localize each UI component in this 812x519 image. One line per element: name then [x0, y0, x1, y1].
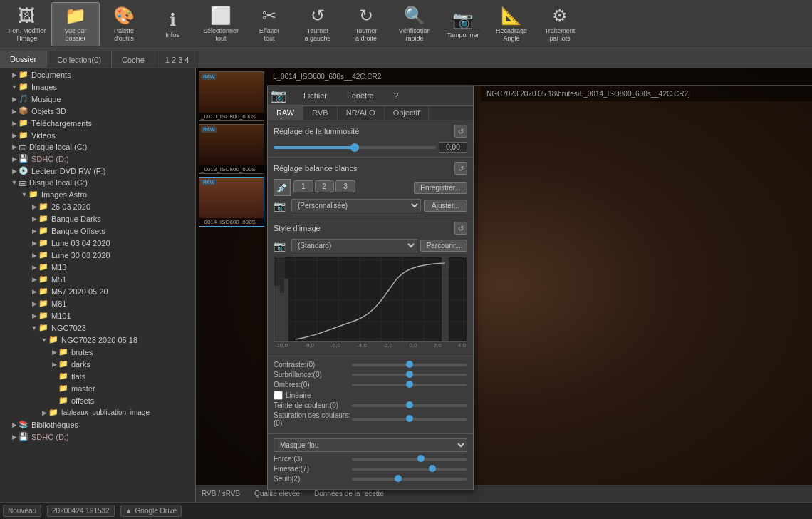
thumbnail-3[interactable]: RAW _0014_ISO800_600S [199, 177, 264, 227]
panel-tab-raw[interactable]: RAW [268, 106, 303, 120]
white-balance-reset-button[interactable]: ↺ [454, 162, 467, 175]
sidebar-item-darks[interactable]: ▶ 📁 darks [0, 358, 195, 370]
panel-tab-rvb[interactable]: RVB [303, 106, 337, 120]
linear-checkbox[interactable] [274, 391, 283, 400]
sidebar-item-sdhcd[interactable]: ▶ 💾 SDHC (D:) [0, 153, 195, 165]
menu-help[interactable]: ? [388, 90, 404, 101]
view-folder-button[interactable]: 📁 Vue pardossier [51, 2, 100, 46]
tab-collection[interactable]: Collection(0) [47, 51, 112, 68]
sidebar-item-tableaux[interactable]: ▶ 📁 tableaux_publication_image [0, 406, 195, 418]
thumbnail-1[interactable]: RAW _0010_ISO800_600S [199, 71, 264, 121]
wb-adjust-button[interactable]: Ajuster... [424, 200, 467, 212]
force-slider[interactable] [352, 458, 467, 461]
style-image-select[interactable]: (Standard) [291, 239, 417, 252]
sidebar-item-m101[interactable]: ▶ 📁 M101 [0, 309, 195, 322]
style-browse-button[interactable]: Parcourir... [420, 240, 467, 252]
sidebar-item-brutes[interactable]: ▶ 📁 brutes [0, 346, 195, 358]
taskbar-nouveau[interactable]: Nouveau [3, 505, 41, 517]
quick-check-button[interactable]: 🔍 Vérificationrapide [390, 2, 439, 46]
stamp-label: Tamponner [447, 31, 479, 38]
sidebar-item-banque-darks[interactable]: ▶ 📁 Banque Darks [0, 212, 195, 225]
luminosity-value-input[interactable] [439, 142, 467, 153]
panel-tab-nralo[interactable]: NR/ALO [338, 106, 385, 120]
sidebar-item-objets3d[interactable]: ▶ 📦 Objets 3D [0, 105, 195, 117]
force-thumb[interactable] [417, 455, 425, 462]
sidebar-item-m51[interactable]: ▶ 📁 M51 [0, 273, 195, 285]
sidebar-item-m13[interactable]: ▶ 📁 M13 [0, 261, 195, 273]
contraste-slider[interactable] [352, 364, 467, 366]
sidebar-item-disqueg[interactable]: ▼ 🖴 Disque local (G:) [0, 177, 195, 188]
sidebar-item-lune3003[interactable]: ▶ 📁 Lune 30 03 2020 [0, 249, 195, 261]
palette-button[interactable]: 🎨 Paletted'outils [100, 2, 148, 46]
luminosity-reset-button[interactable]: ↺ [454, 125, 467, 138]
sidebar-item-telechargements[interactable]: ▶ 📁 Téléchargements [0, 117, 195, 129]
saturation-thumb[interactable] [406, 415, 413, 422]
color-picker-button[interactable]: 💉 [274, 179, 291, 196]
delete-all-button[interactable]: ✂ Effacertout [245, 2, 293, 46]
sidebar-scroll[interactable]: ▶ 📁 Documents ▼ 📁 Images ▶ 🎵 Musique ▶ 📦… [0, 68, 195, 502]
menu-fichier[interactable]: Fichier [298, 90, 333, 101]
rotate-right-button[interactable]: ↻ Tournerà droite [342, 2, 390, 46]
blur-type-select[interactable]: Masque flou [274, 438, 467, 452]
saturation-slider[interactable] [352, 418, 467, 421]
rotate-left-button[interactable]: ↺ Tournerà gauche [293, 2, 342, 46]
sidebar-item-images[interactable]: ▼ 📁 Images [0, 81, 195, 93]
sidebar-item-documents[interactable]: ▶ 📁 Documents [0, 68, 195, 81]
sidebar-item-musique[interactable]: ▶ 🎵 Musique [0, 93, 195, 105]
white-balance-preset-select[interactable]: (Personnalisée) [291, 199, 421, 212]
info-button[interactable]: ℹ Infos [148, 2, 197, 46]
ombres-thumb[interactable] [406, 381, 413, 388]
sidebar-item-bibliotheques[interactable]: ▶ 📚 Bibliothèques [0, 418, 195, 431]
tab-pages[interactable]: 1 2 3 4 [155, 51, 200, 68]
crop-angle-button[interactable]: 📐 RecadrageAngle [487, 2, 536, 46]
sidebar-item-sdhcd2[interactable]: ▶ 💾 SDHC (D:) [0, 431, 195, 443]
sidebar-item-flats[interactable]: 📁 flats [0, 370, 195, 382]
sidebar-item-banque-offsets[interactable]: ▶ 📁 Banque Offsets [0, 225, 195, 237]
thumbnail-2[interactable]: RAW _0013_ISO800_600S [199, 124, 264, 174]
sidebar-item-m57[interactable]: ▶ 📁 M57 2020 05 20 [0, 285, 195, 297]
finesse-slider[interactable] [352, 468, 467, 471]
batch-button[interactable]: ⚙ Traitementpar lots [536, 2, 584, 46]
surbrillance-thumb[interactable] [406, 371, 413, 378]
seuil-slider[interactable] [352, 478, 467, 481]
taskbar-googledrive[interactable]: ▲ Google Drive [120, 505, 182, 517]
wb-button-1[interactable]: 1 [293, 180, 313, 192]
sidebar-item-ngc7023[interactable]: ▼ 📁 NGC7023 [0, 322, 195, 334]
wb-button-2[interactable]: 2 [315, 180, 335, 192]
wb-save-button[interactable]: Enregistrer... [414, 182, 467, 194]
contraste-thumb[interactable] [406, 361, 413, 368]
luminosity-track[interactable] [274, 146, 436, 149]
ombres-slider[interactable] [352, 384, 467, 386]
menu-fenetre[interactable]: Fenêtre [341, 90, 380, 101]
teinte-slider[interactable] [352, 404, 467, 407]
expand-icon: ▼ [30, 324, 38, 332]
curve-area[interactable] [274, 257, 467, 342]
luminosity-thumb[interactable] [350, 143, 359, 152]
sidebar-item-26032020[interactable]: ▶ 📁 26 03 2020 [0, 200, 195, 212]
teinte-thumb[interactable] [406, 401, 413, 408]
sidebar-item-lune0304[interactable]: ▶ 📁 Lune 03 04 2020 [0, 237, 195, 249]
sidebar-item-master[interactable]: 📁 master [0, 382, 195, 394]
sidebar-item-ngc7023-2020[interactable]: ▼ 📁 NGC7023 2020 05 18 [0, 334, 195, 346]
tab-dossier[interactable]: Dossier [0, 51, 47, 68]
taskbar-timestamp[interactable]: 20200424 191532 [47, 505, 115, 517]
stamp-button[interactable]: 📷 Tamponner [439, 2, 487, 46]
sidebar-item-m81[interactable]: ▶ 📁 M81 [0, 297, 195, 309]
batch-label: Traitementpar lots [545, 27, 576, 43]
select-all-button[interactable]: ⬜ Sélectionnertout [197, 2, 245, 46]
finesse-thumb[interactable] [429, 465, 436, 472]
sidebar-item-disquec[interactable]: ▶ 🖴 Disque local (C:) [0, 141, 195, 153]
surbrillance-slider[interactable] [352, 374, 467, 376]
tab-cache[interactable]: Coche [112, 51, 155, 68]
seuil-thumb[interactable] [395, 475, 402, 482]
open-image-button[interactable]: 🖼 Fen. Modifierl'Image [3, 2, 51, 46]
wb-button-3[interactable]: 3 [335, 180, 355, 192]
sidebar-item-lecteurdvd[interactable]: ▶ 💿 Lecteur DVD RW (F:) [0, 165, 195, 177]
style-reset-button[interactable]: ↺ [454, 222, 467, 235]
sidebar-item-videos[interactable]: ▶ 📁 Vidéos [0, 129, 195, 141]
sidebar-item-offsets[interactable]: 📁 offsets [0, 394, 195, 406]
folder-icon: 📁 [38, 214, 48, 223]
panel-tab-objectif[interactable]: Objectif [385, 106, 429, 120]
sidebar-item-images-astro[interactable]: ▼ 📁 Images Astro [0, 188, 195, 200]
folder-icon: 📦 [19, 106, 28, 115]
